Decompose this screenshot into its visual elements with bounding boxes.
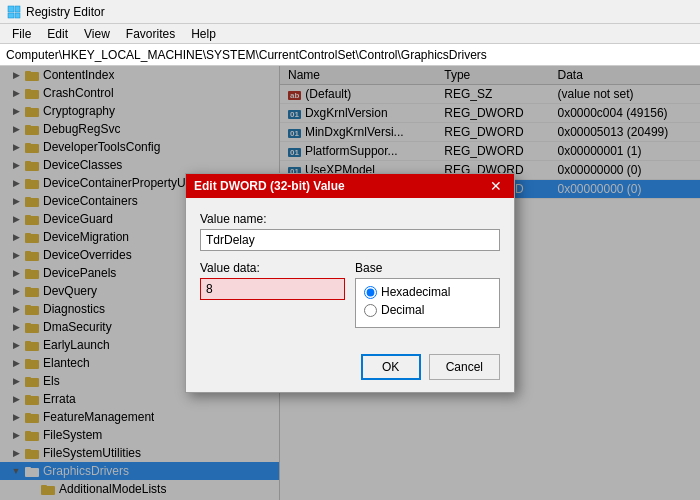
address-path: Computer\HKEY_LOCAL_MACHINE\SYSTEM\Curre… bbox=[6, 48, 487, 62]
dialog-buttons: OK Cancel bbox=[186, 348, 514, 392]
decimal-label: Decimal bbox=[381, 303, 424, 317]
menu-favorites[interactable]: Favorites bbox=[118, 27, 183, 41]
decimal-radio[interactable] bbox=[364, 304, 377, 317]
dialog-close-button[interactable]: ✕ bbox=[486, 179, 506, 193]
hexadecimal-option[interactable]: Hexadecimal bbox=[364, 285, 491, 299]
value-name-group: Value name: bbox=[200, 212, 500, 251]
hexadecimal-label: Hexadecimal bbox=[381, 285, 450, 299]
title-bar: Registry Editor bbox=[0, 0, 700, 24]
cancel-button[interactable]: Cancel bbox=[429, 354, 500, 380]
value-data-input[interactable] bbox=[200, 278, 345, 300]
menu-edit[interactable]: Edit bbox=[39, 27, 76, 41]
app-icon bbox=[6, 4, 22, 20]
modal-overlay: Edit DWORD (32-bit) Value ✕ Value name: … bbox=[0, 66, 700, 500]
data-base-row: Value data: Base Hexadecimal bbox=[200, 261, 500, 338]
window-title: Registry Editor bbox=[26, 5, 105, 19]
svg-rect-0 bbox=[8, 6, 14, 12]
svg-rect-2 bbox=[8, 13, 14, 18]
svg-rect-3 bbox=[15, 13, 20, 18]
decimal-option[interactable]: Decimal bbox=[364, 303, 491, 317]
hexadecimal-radio[interactable] bbox=[364, 286, 377, 299]
dialog-body: Value name: Value data: Base Hexadecimal bbox=[186, 198, 514, 348]
value-name-input[interactable] bbox=[200, 229, 500, 251]
base-label: Base bbox=[355, 261, 500, 275]
menu-view[interactable]: View bbox=[76, 27, 118, 41]
value-data-label: Value data: bbox=[200, 261, 345, 275]
base-options-box: Hexadecimal Decimal bbox=[355, 278, 500, 328]
value-data-group: Value data: bbox=[200, 261, 345, 328]
address-bar: Computer\HKEY_LOCAL_MACHINE\SYSTEM\Curre… bbox=[0, 44, 700, 66]
svg-rect-1 bbox=[15, 6, 20, 12]
base-group: Base Hexadecimal Decimal bbox=[355, 261, 500, 328]
edit-dword-dialog: Edit DWORD (32-bit) Value ✕ Value name: … bbox=[185, 173, 515, 393]
dialog-title: Edit DWORD (32-bit) Value bbox=[194, 179, 345, 193]
menu-help[interactable]: Help bbox=[183, 27, 224, 41]
menu-file[interactable]: File bbox=[4, 27, 39, 41]
dialog-titlebar: Edit DWORD (32-bit) Value ✕ bbox=[186, 174, 514, 198]
main-content: ▶ ContentIndex▶ CrashControl▶ Cryptograp… bbox=[0, 66, 700, 500]
menu-bar: File Edit View Favorites Help bbox=[0, 24, 700, 44]
value-name-label: Value name: bbox=[200, 212, 500, 226]
ok-button[interactable]: OK bbox=[361, 354, 421, 380]
